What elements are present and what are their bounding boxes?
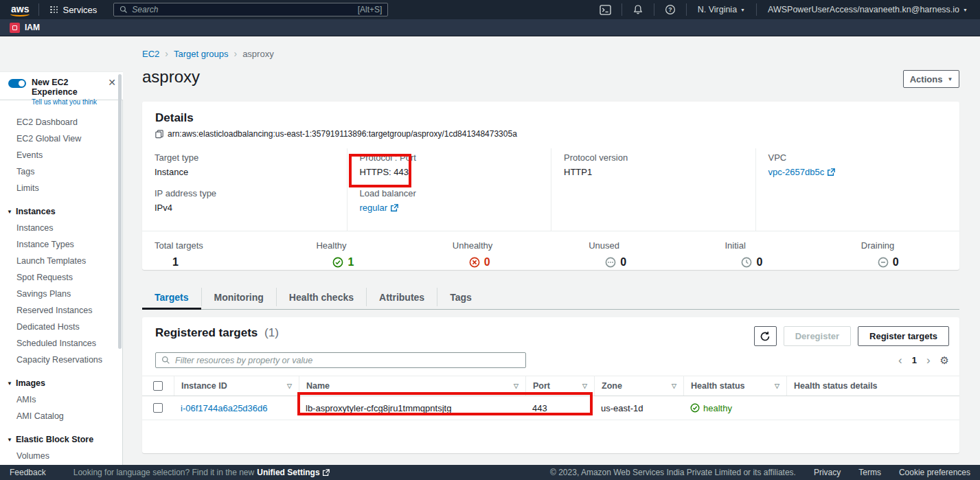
region-selector[interactable]: N. Virginia ▼ bbox=[694, 5, 749, 14]
sidebar-item-instance-types[interactable]: Instance Types bbox=[0, 236, 118, 253]
divider bbox=[654, 3, 654, 16]
breadcrumb-ec2[interactable]: EC2 bbox=[142, 49, 159, 59]
page-title: asproxy bbox=[142, 67, 200, 87]
sidebar-item-events[interactable]: Events bbox=[0, 147, 118, 163]
sidebar-item-ami-catalog[interactable]: AMI Catalog bbox=[0, 408, 118, 424]
sidebar-item-volumes[interactable]: Volumes bbox=[0, 448, 118, 464]
sidebar-item-reserved-instances[interactable]: Reserved Instances bbox=[0, 302, 118, 319]
favorite-iam-link[interactable]: IAM bbox=[10, 23, 40, 33]
unified-settings-link[interactable]: Unified Settings bbox=[257, 468, 329, 477]
sidebar-item-ec2-dashboard[interactable]: EC2 Dashboard bbox=[0, 114, 118, 130]
target-port-cell: 443 bbox=[525, 396, 594, 420]
sort-icon[interactable]: ▽ bbox=[672, 382, 676, 389]
ec2-sidebar: New EC2 Experience Tell us what you thin… bbox=[0, 36, 123, 465]
tab-health-checks[interactable]: Health checks bbox=[277, 288, 367, 306]
col-port: Port bbox=[533, 381, 550, 391]
divider bbox=[622, 3, 622, 16]
search-icon bbox=[161, 356, 170, 365]
services-menu-button[interactable]: Services bbox=[46, 0, 101, 19]
chevron-down-icon: ▼ bbox=[7, 380, 12, 387]
instance-id-link[interactable]: i-06f1744a6a25d36d6 bbox=[181, 403, 268, 413]
sidebar-item-instances[interactable]: Instances bbox=[0, 220, 118, 236]
settings-gear-icon[interactable]: ⚙ bbox=[940, 354, 949, 367]
sidebar-item-tags[interactable]: Tags bbox=[0, 163, 118, 180]
sidebar-item-dedicated-hosts[interactable]: Dedicated Hosts bbox=[0, 319, 118, 335]
sidebar-item-spot-requests[interactable]: Spot Requests bbox=[0, 269, 118, 286]
refresh-button[interactable] bbox=[754, 326, 777, 346]
account-menu[interactable]: AWSPowerUserAccess/navaneeth.kn@harness.… bbox=[764, 5, 972, 14]
chevron-down-icon: ▼ bbox=[740, 8, 745, 12]
new-experience-title: New EC2 Experience bbox=[32, 78, 102, 97]
row-checkbox[interactable] bbox=[153, 403, 163, 413]
filter-placeholder: Filter resources by property or value bbox=[175, 356, 312, 365]
unused-count: 0 bbox=[620, 256, 626, 268]
sidebar-item-launch-templates[interactable]: Launch Templates bbox=[0, 253, 118, 269]
breadcrumb-target-groups[interactable]: Target groups bbox=[174, 49, 229, 59]
feedback-link[interactable]: Feedback bbox=[10, 468, 46, 477]
notifications-bell-icon[interactable] bbox=[629, 2, 647, 17]
previous-page-icon[interactable]: ‹ bbox=[898, 354, 902, 366]
sidebar-item-savings-plans[interactable]: Savings Plans bbox=[0, 286, 118, 302]
language-selection-note: Looking for language selection? Find it … bbox=[73, 468, 330, 477]
account-label: AWSPowerUserAccess/navaneeth.kn@harness.… bbox=[768, 5, 959, 14]
favorites-bar: IAM bbox=[0, 19, 980, 36]
cloudshell-icon[interactable] bbox=[597, 2, 615, 17]
target-health-summary: Total targets 1 Healthy 1 Unhealthy 0 bbox=[142, 231, 959, 268]
sidebar-scrollbar[interactable] bbox=[118, 74, 122, 349]
select-all-checkbox[interactable] bbox=[153, 381, 163, 391]
sort-icon[interactable]: ▽ bbox=[775, 382, 779, 389]
draining-count: 0 bbox=[893, 256, 899, 268]
table-header: Instance ID▽ Name▽ Port▽ Zone▽ Health st… bbox=[142, 376, 959, 396]
privacy-link[interactable]: Privacy bbox=[814, 468, 841, 477]
protocol-version-value: HTTP1 bbox=[564, 167, 743, 177]
sidebar-item-capacity-reservations[interactable]: Capacity Reservations bbox=[0, 352, 118, 368]
sort-icon[interactable]: ▽ bbox=[287, 382, 292, 389]
sidebar-section-images[interactable]: ▼Images bbox=[0, 375, 118, 391]
actions-button[interactable]: Actions ▼ bbox=[903, 70, 959, 88]
next-page-icon[interactable]: › bbox=[926, 354, 931, 366]
sidebar-section-instances[interactable]: ▼Instances bbox=[0, 203, 118, 220]
sidebar-item-limits[interactable]: Limits bbox=[0, 180, 118, 196]
aws-logo[interactable]: aws bbox=[10, 3, 32, 16]
help-icon[interactable]: ? bbox=[661, 2, 679, 17]
load-balancer-link[interactable]: regular bbox=[360, 203, 398, 213]
unhealthy-count: 0 bbox=[484, 256, 490, 268]
sort-icon[interactable]: ▽ bbox=[514, 382, 519, 389]
protocol-version-label: Protocol version bbox=[564, 152, 743, 163]
ip-address-type-value: IPv4 bbox=[155, 203, 334, 213]
tab-tags[interactable]: Tags bbox=[437, 288, 484, 306]
terms-link[interactable]: Terms bbox=[858, 468, 881, 477]
external-link-icon bbox=[322, 469, 330, 477]
health-details-cell bbox=[786, 396, 959, 420]
tell-us-link[interactable]: Tell us what you think bbox=[32, 98, 102, 106]
sidebar-section-elastic-block-store[interactable]: ▼Elastic Block Store bbox=[0, 431, 118, 448]
target-type-label: Target type bbox=[155, 152, 334, 163]
sidebar-item-amis[interactable]: AMIs bbox=[0, 391, 118, 408]
new-experience-toggle[interactable] bbox=[8, 79, 26, 88]
breadcrumb: EC2 › Target groups › asproxy bbox=[142, 48, 274, 59]
copy-icon[interactable] bbox=[155, 130, 163, 139]
tab-monitoring[interactable]: Monitoring bbox=[202, 288, 277, 306]
iam-label: IAM bbox=[25, 23, 40, 32]
global-search-input[interactable]: Search [Alt+S] bbox=[113, 3, 388, 16]
cookie-preferences-link[interactable]: Cookie preferences bbox=[899, 468, 970, 477]
vpc-link[interactable]: vpc-2657db5c bbox=[768, 167, 836, 177]
protocol-port-value: HTTPS: 443 bbox=[360, 167, 539, 177]
deregister-button[interactable]: Deregister bbox=[784, 326, 851, 346]
register-targets-button[interactable]: Register targets bbox=[858, 326, 949, 346]
sidebar-item-ec2-global-view[interactable]: EC2 Global View bbox=[0, 130, 118, 147]
registered-targets-count: (1) bbox=[264, 326, 279, 339]
divider bbox=[686, 3, 687, 16]
sidebar-item-scheduled-instances[interactable]: Scheduled Instances bbox=[0, 335, 118, 352]
sort-icon[interactable]: ▽ bbox=[582, 382, 587, 389]
close-icon[interactable]: ✕ bbox=[108, 78, 116, 87]
filter-input[interactable]: Filter resources by property or value bbox=[155, 352, 526, 368]
tab-attributes[interactable]: Attributes bbox=[367, 288, 437, 306]
page-number[interactable]: 1 bbox=[912, 355, 917, 365]
tab-targets[interactable]: Targets bbox=[142, 288, 202, 306]
search-shortcut: [Alt+S] bbox=[358, 5, 383, 14]
chevron-right-icon: › bbox=[233, 48, 237, 59]
breadcrumb-current: asproxy bbox=[242, 49, 274, 59]
total-targets-value: 1 bbox=[155, 256, 203, 268]
x-circle-icon bbox=[469, 257, 480, 268]
